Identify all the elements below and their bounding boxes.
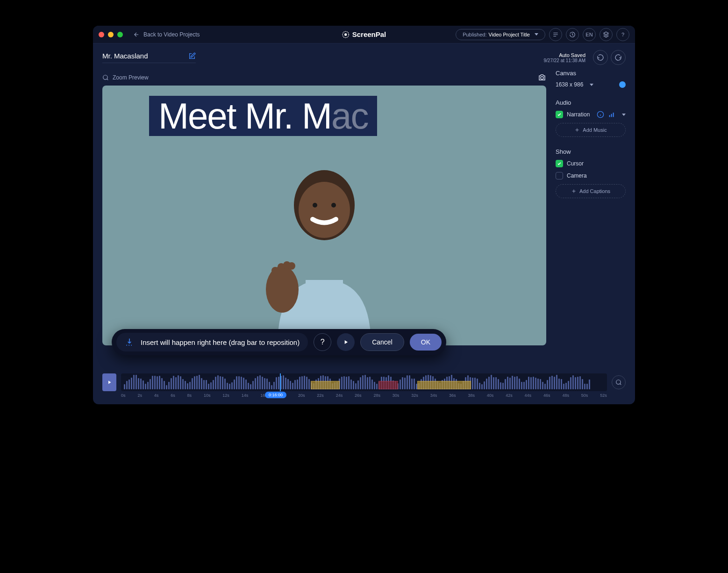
autosave-time: 9/27/22 at 11:38 AM [543, 58, 585, 63]
timeline-tick: 2s [137, 393, 142, 398]
camera-checkbox[interactable] [556, 172, 563, 179]
timeline-tick: 48s [562, 393, 569, 398]
timeline-zoom-button[interactable] [612, 375, 626, 389]
add-music-button[interactable]: Add Music [556, 123, 626, 137]
info-icon[interactable] [597, 111, 604, 118]
timeline-marker-red[interactable] [378, 381, 398, 389]
project-title: Mr. Macasland [102, 52, 148, 60]
ok-button[interactable]: OK [410, 334, 442, 351]
insert-help-button[interactable]: ? [314, 333, 331, 351]
help-button[interactable]: ? [616, 28, 629, 41]
close-icon[interactable] [99, 32, 104, 37]
cursor-checkbox[interactable] [556, 160, 563, 167]
video-preview[interactable]: Meet Mr. Mac [102, 86, 546, 345]
question-icon: ? [321, 338, 325, 346]
svg-rect-16 [611, 114, 612, 117]
notes-icon [552, 31, 559, 38]
svg-point-5 [299, 182, 350, 238]
svg-rect-17 [613, 113, 614, 117]
arrow-left-icon [133, 31, 140, 38]
publish-prefix: Published: [463, 32, 486, 37]
timeline-tick: 22s [317, 393, 324, 398]
timeline-tick: 20s [298, 393, 305, 398]
timeline-track[interactable] [121, 373, 607, 391]
overlay-text-faded: ac [331, 95, 368, 136]
camera-icon[interactable] [538, 73, 546, 82]
project-title-field[interactable]: Mr. Macasland [102, 52, 196, 63]
insert-play-button[interactable] [337, 333, 355, 351]
playhead[interactable] [280, 373, 281, 391]
back-button[interactable]: Back to Video Projects [133, 31, 200, 38]
preview-toolbar: Zoom Preview [102, 70, 546, 86]
autosave-status: Auto Saved 9/27/22 at 11:38 AM [543, 52, 585, 63]
timeline-tick: 8s [187, 393, 192, 398]
play-icon [343, 339, 349, 345]
timeline-tick: 46s [543, 393, 550, 398]
svg-point-3 [541, 77, 543, 79]
insert-toolbar: Insert will happen right here (drag bar … [112, 329, 446, 355]
timeline-marker-yellow[interactable] [311, 381, 340, 389]
app-window: Back to Video Projects ScreenPal Publish… [93, 26, 635, 404]
language-button[interactable]: EN [583, 28, 596, 41]
layers-icon [603, 31, 609, 38]
timeline-play-button[interactable] [102, 373, 116, 391]
svg-point-12 [313, 203, 317, 208]
narration-label: Narration [567, 111, 590, 118]
timeline-tick: 52s [600, 393, 607, 398]
chevron-down-icon [590, 84, 593, 86]
overlay-text-visible: Meet Mr. M [158, 95, 331, 136]
timeline-tick: 34s [430, 393, 437, 398]
chevron-down-icon[interactable] [622, 114, 626, 116]
overlay-title: Meet Mr. Mac [149, 96, 377, 136]
preview-column: Zoom Preview Meet Mr. Mac [102, 70, 546, 345]
svg-rect-15 [609, 115, 610, 117]
svg-point-7 [266, 266, 299, 313]
titlebar-right: Published: Video Project Title EN ? [456, 28, 629, 41]
canvas-size-value: 1638 x 986 [556, 81, 583, 88]
notes-button[interactable] [549, 28, 562, 41]
titlebar: Back to Video Projects ScreenPal Publish… [93, 26, 635, 43]
timeline-tick: 0s [121, 393, 126, 398]
audio-levels-icon[interactable] [608, 111, 615, 118]
undo-icon [597, 54, 604, 61]
insert-message: Insert will happen right here (drag bar … [141, 338, 300, 346]
zoom-preview-label[interactable]: Zoom Preview [113, 74, 149, 81]
narration-row: Narration [556, 111, 626, 118]
timeline-marker-yellow[interactable] [417, 381, 471, 389]
timeline-tick: 10s [204, 393, 211, 398]
layers-button[interactable] [600, 28, 613, 41]
maximize-icon[interactable] [117, 32, 123, 37]
edit-icon[interactable] [188, 52, 196, 60]
timeline-tick: 30s [393, 393, 400, 398]
cancel-button[interactable]: Cancel [360, 333, 404, 351]
timeline-tick: 36s [449, 393, 456, 398]
search-icon [102, 74, 109, 81]
audio-section: Audio Narration Add Music [556, 99, 626, 137]
canvas-color-swatch[interactable] [619, 81, 626, 88]
canvas-section: Canvas 1638 x 986 [556, 70, 626, 88]
timeline-tick: 38s [468, 393, 475, 398]
publish-dropdown[interactable]: Published: Video Project Title [456, 29, 545, 40]
window-controls [99, 32, 123, 37]
minimize-icon[interactable] [108, 32, 114, 37]
redo-button[interactable] [611, 50, 626, 65]
add-captions-button[interactable]: Add Captions [556, 184, 626, 198]
timeline-tick: 40s [487, 393, 494, 398]
subheader: Mr. Macasland Auto Saved 9/27/22 at 11:3… [93, 43, 635, 70]
camera-label: Camera [567, 172, 587, 179]
timeline-tick: 14s [242, 393, 249, 398]
history-button[interactable] [566, 28, 579, 41]
canvas-size-dropdown[interactable]: 1638 x 986 [556, 81, 626, 88]
timeline-tick: 24s [336, 393, 343, 398]
narration-controls [597, 111, 626, 118]
add-music-label: Add Music [583, 127, 607, 133]
timeline-ticks: 0:16:00 0s2s4s6s8s10s12s14s16s18s20s22s2… [121, 393, 607, 398]
insert-message-pill: Insert will happen right here (drag bar … [116, 333, 308, 351]
check-icon [557, 112, 562, 117]
narration-checkbox[interactable] [556, 111, 563, 118]
canvas-label: Canvas [556, 70, 626, 77]
undo-button[interactable] [593, 50, 608, 65]
show-label: Show [556, 148, 626, 155]
properties-panel: Canvas 1638 x 986 Audio Narration [556, 70, 626, 345]
language-label: EN [585, 32, 592, 37]
